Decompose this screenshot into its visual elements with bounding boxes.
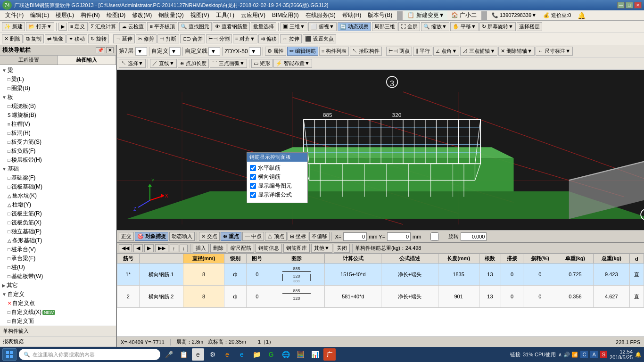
fullscreen[interactable]: ⛶ 全屏	[398, 22, 420, 31]
align-top[interactable]: ≡ 平齐板顶	[147, 22, 177, 31]
copy-button[interactable]: ⧉ 复制	[24, 34, 44, 43]
tree-spiral-slab[interactable]: S 螺旋板(B)	[1, 111, 115, 120]
define-button[interactable]: ≡ 定义	[68, 22, 87, 31]
rotate-check[interactable]	[423, 232, 446, 241]
snap-btn[interactable]: 🎯 对象捕捉	[135, 232, 168, 241]
point-extend-tool[interactable]: ⊕ 点加长度	[178, 59, 209, 68]
partial-3d[interactable]: 局部三维	[372, 22, 397, 31]
dynamic-input-btn[interactable]: 动态输入	[169, 232, 195, 241]
orthogonal-btn[interactable]: 正交	[119, 232, 134, 241]
tree-strip-found[interactable]: △ 条形基础(T)	[1, 236, 115, 245]
menu-draw[interactable]: 绘图(D)	[104, 10, 129, 20]
checkbox-horizontal-rebar[interactable]: 水平纵筋	[250, 164, 305, 172]
tree-custom-line[interactable]: □ 自定义线(X) NEW	[1, 308, 115, 317]
tree-custom-point[interactable]: ✕ 自定义点	[1, 299, 115, 308]
move-button[interactable]: ✦ 移动	[66, 34, 87, 43]
tree-col-pier[interactable]: △ 柱墩(Y)	[1, 200, 115, 209]
smart-layout[interactable]: ⚡ 智能布置▼	[273, 59, 312, 68]
layer-dropdown[interactable]: ▼	[135, 47, 147, 56]
notification-btn[interactable]: 🔔	[635, 352, 642, 358]
search-bar[interactable]: 🔍 在这里输入你要搜索的内容	[19, 349, 160, 360]
taskbar-icon-task[interactable]: 📋	[177, 348, 190, 361]
taskbar-icon-globe[interactable]: 🌐	[280, 348, 292, 361]
x-input[interactable]	[343, 232, 367, 241]
parallel-button[interactable]: ∥ 平行	[413, 47, 432, 56]
coord-btn[interactable]: ⊞ 坐标	[288, 232, 308, 241]
input-method-c[interactable]: C	[580, 351, 588, 358]
horizontal-rebar-check[interactable]	[250, 165, 256, 171]
menu-file[interactable]: 文件(F)	[2, 10, 26, 20]
open-button[interactable]: 📂 打开▼	[26, 22, 54, 31]
menu-floor[interactable]: 楼层(L)	[53, 10, 77, 20]
tree-raft-main[interactable]: □ 筏板主筋(R)	[1, 209, 115, 218]
arc-tool[interactable]: ⌒ 三点画弧▼	[210, 59, 247, 68]
property-button[interactable]: ⚙ 属性	[265, 47, 286, 56]
dim-mark-button[interactable]: ← 尺寸标注▼	[536, 47, 573, 56]
taskbar-icon-g[interactable]: G	[265, 348, 277, 361]
rotate-input[interactable]	[461, 232, 487, 241]
calc-button[interactable]: Σ 汇总计算	[89, 22, 119, 31]
tree-cap-beam[interactable]: □ 承台梁(F)	[1, 254, 115, 263]
menu-bim[interactable]: BIM应用(I)	[269, 10, 302, 20]
cloud-check[interactable]: ☁ 云检查	[119, 22, 146, 31]
tree-sump[interactable]: △ 集水坑(K)	[1, 191, 115, 200]
taskbar-icon-settings[interactable]: ⚙	[206, 348, 219, 361]
nav-pin[interactable]: 📌	[96, 47, 105, 53]
table-row[interactable]: 1* 横向钢筋.1 8 ф 0 885 320	[117, 263, 644, 286]
batch-select[interactable]: 批量选择	[251, 22, 276, 31]
checkbox-transverse-rebar[interactable]: 横向钢筋	[250, 173, 305, 181]
tab-engineering[interactable]: 工程设置	[0, 56, 58, 65]
checkbox-show-id[interactable]: 显示编号图元	[250, 182, 305, 190]
find-element[interactable]: 🔍 查找图元	[178, 22, 212, 31]
tree-pile-cap[interactable]: □ 桩承台(V)	[1, 245, 115, 254]
insert-btn[interactable]: 插入	[193, 244, 209, 253]
select-tool[interactable]: ↖ 选择▼	[119, 59, 146, 68]
tree-slab-group[interactable]: ▼ 板	[1, 93, 115, 102]
vertex-btn[interactable]: △ 顶点	[265, 232, 287, 241]
menu-view[interactable]: 视图(V)	[188, 10, 212, 20]
endpoint-btn[interactable]: ⊕ 重点	[221, 232, 241, 241]
menu-guangxiao[interactable]: 🏠 广小二	[448, 10, 479, 20]
tree-ring-beam[interactable]: □ 圈梁(B)	[1, 84, 115, 93]
transverse-rebar-check[interactable]	[250, 174, 256, 180]
nav-close-btn[interactable]: ✕	[106, 47, 114, 53]
menu-version[interactable]: 版本号(B)	[365, 10, 395, 20]
delete-button[interactable]: ✕ 删除	[2, 34, 23, 43]
menu-phone[interactable]: 📞 13907298339▼	[489, 11, 539, 19]
nav-first[interactable]: ◀◀	[119, 244, 132, 252]
rebar-info-btn[interactable]: 钢筋信息	[256, 244, 282, 253]
rotate-button[interactable]: ↻ 旋转	[88, 34, 109, 43]
menu-edit[interactable]: 编辑(E)	[27, 10, 52, 20]
tree-cast-slab[interactable]: □ 现浇板(B)	[1, 102, 115, 111]
edit-rebar-button[interactable]: ✏ 编辑钢筋	[287, 47, 318, 56]
nav-last[interactable]: ▶▶	[155, 244, 168, 252]
nav-down[interactable]: ↓	[180, 245, 188, 252]
taskbar-icon-app2[interactable]: 广	[323, 348, 336, 361]
y-input[interactable]	[387, 232, 411, 241]
two-point-button[interactable]: ⊢⊣ 两点	[386, 47, 412, 56]
tree-iso-found[interactable]: □ 独立基础(P)	[1, 227, 115, 236]
tree-raft-found[interactable]: □ 筏板基础(M)	[1, 182, 115, 191]
tree-slab-hole[interactable]: □ 板洞(H)	[1, 129, 115, 138]
tree-beam-group[interactable]: ▼ 梁	[1, 66, 115, 75]
delete-axis[interactable]: ✕ 删除辅轴▼	[498, 47, 535, 56]
select-floor[interactable]: 选择楼层	[517, 22, 542, 31]
taskbar-icon-app1[interactable]: 📊	[309, 348, 321, 361]
three-point-axis[interactable]: ⊿ 三点辅轴▼	[460, 47, 497, 56]
viewport[interactable]: 钢筋显示控制面板 水平纵筋 横向钢筋 显示编号图元 显示详细公式	[117, 70, 644, 230]
tree-column-cap[interactable]: ≡ 柱帽(V)	[1, 120, 115, 129]
other-btn[interactable]: 其他▼	[311, 244, 332, 253]
mirror-button[interactable]: ⇌ 镜像	[45, 34, 66, 43]
tree-pile[interactable]: □ 桩(U)	[1, 263, 115, 272]
close-button[interactable]: ✕	[634, 2, 642, 8]
taskbar-icon-voice[interactable]: 🎤	[163, 348, 175, 361]
taskbar-icon-ie2[interactable]: e	[221, 348, 233, 361]
trim-button[interactable]: ✂ 修剪	[136, 34, 157, 43]
close-btn[interactable]: 关闭	[334, 244, 350, 253]
tree-other-group[interactable]: ▶ 其它	[1, 281, 115, 290]
screen-rotate[interactable]: ↻ 屏幕旋转▼	[479, 22, 516, 31]
pick-component-button[interactable]: ↖ 拾取构件	[350, 47, 382, 56]
play-button[interactable]: ▶	[58, 23, 67, 31]
angle-button[interactable]: ∠ 点角▼	[433, 47, 459, 56]
line-tool[interactable]: ／ 直线▼	[150, 59, 177, 68]
